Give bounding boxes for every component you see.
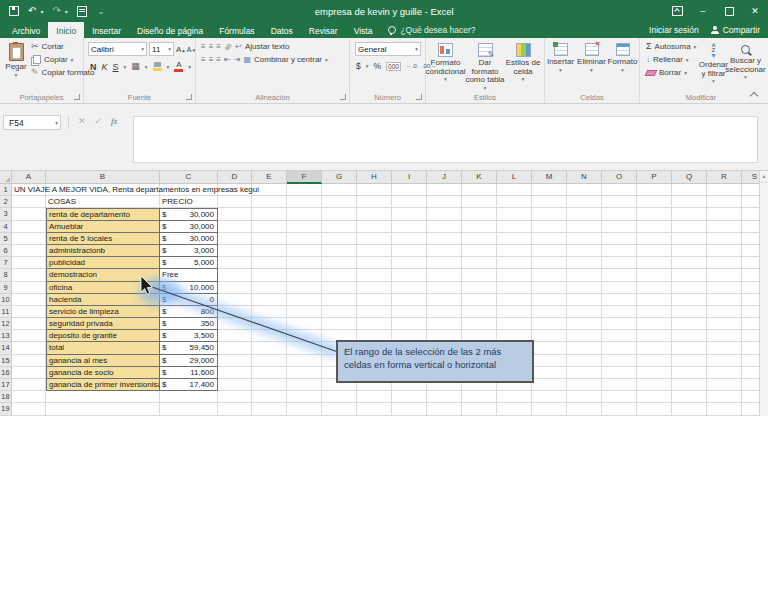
row-header-1[interactable]: 1: [0, 184, 12, 196]
cell-A13[interactable]: [12, 330, 46, 342]
cell-H7[interactable]: [357, 257, 392, 269]
cell-M12[interactable]: [532, 318, 567, 330]
cell-L2[interactable]: [497, 196, 532, 208]
wrap-text-button[interactable]: ↩Ajustar texto: [235, 42, 289, 51]
row-header-8[interactable]: 8: [0, 269, 12, 281]
undo-icon[interactable]: ↶: [28, 6, 36, 16]
cell-I1[interactable]: [392, 184, 427, 196]
cell-J6[interactable]: [427, 245, 462, 257]
cell-A3[interactable]: [12, 208, 46, 220]
cell-Q13[interactable]: [672, 330, 707, 342]
cell-F12[interactable]: [287, 318, 322, 330]
column-header-M[interactable]: M: [532, 171, 567, 184]
cell-J10[interactable]: [427, 294, 462, 306]
cell-O4[interactable]: [602, 221, 637, 233]
cell-K7[interactable]: [462, 257, 497, 269]
cell-D18[interactable]: [218, 391, 252, 403]
align-right-icon[interactable]: ≡: [216, 56, 220, 64]
column-header-Q[interactable]: Q: [672, 171, 707, 184]
cell-J4[interactable]: [427, 221, 462, 233]
paste-button[interactable]: Pegar ▾: [3, 40, 29, 79]
fill-color-dropdown-icon[interactable]: ▾: [167, 64, 170, 70]
cell-D7[interactable]: [218, 257, 252, 269]
row-header-4[interactable]: 4: [0, 221, 12, 233]
cell-C13[interactable]: $3,500: [160, 330, 218, 342]
cell-D8[interactable]: [218, 269, 252, 281]
close-button[interactable]: ✕: [742, 0, 768, 22]
cell-F4[interactable]: [287, 221, 322, 233]
cell-K10[interactable]: [462, 294, 497, 306]
save-icon[interactable]: [9, 6, 19, 16]
cell-K6[interactable]: [462, 245, 497, 257]
cell-R9[interactable]: [707, 282, 742, 294]
cell-G1[interactable]: [322, 184, 357, 196]
cell-E11[interactable]: [252, 306, 287, 318]
autosum-button[interactable]: ΣAutosuma▾: [644, 40, 698, 53]
cell-Q1[interactable]: [672, 184, 707, 196]
cell-J1[interactable]: [427, 184, 462, 196]
merge-center-button[interactable]: ▦Combinar y centrar▾: [243, 55, 327, 64]
cell-J8[interactable]: [427, 269, 462, 281]
cell-B19[interactable]: [46, 403, 160, 415]
cell-L11[interactable]: [497, 306, 532, 318]
align-middle-icon[interactable]: ≡: [209, 43, 213, 51]
cell-B17[interactable]: ganancia de primer inversionisat: [46, 379, 160, 391]
cell-I10[interactable]: [392, 294, 427, 306]
column-header-J[interactable]: J: [427, 171, 462, 184]
cell-E3[interactable]: [252, 208, 287, 220]
cell-C3[interactable]: $30,000: [160, 208, 218, 220]
tab-vista[interactable]: Vista: [346, 22, 381, 38]
cell-A18[interactable]: [12, 391, 46, 403]
cell-H1[interactable]: [357, 184, 392, 196]
cell-M1[interactable]: [532, 184, 567, 196]
cell-P19[interactable]: [637, 403, 672, 415]
cell-R19[interactable]: [707, 403, 742, 415]
bold-button[interactable]: N: [90, 62, 97, 72]
row-header-11[interactable]: 11: [0, 306, 12, 318]
percent-style-button[interactable]: %: [374, 61, 382, 71]
cell-G7[interactable]: [322, 257, 357, 269]
cell-F15[interactable]: [287, 355, 322, 367]
cell-M10[interactable]: [532, 294, 567, 306]
cell-I11[interactable]: [392, 306, 427, 318]
cell-D19[interactable]: [218, 403, 252, 415]
cell-E5[interactable]: [252, 233, 287, 245]
cell-M13[interactable]: [532, 330, 567, 342]
cell-J2[interactable]: [427, 196, 462, 208]
cell-F11[interactable]: [287, 306, 322, 318]
cell-M9[interactable]: [532, 282, 567, 294]
cell-O19[interactable]: [602, 403, 637, 415]
font-name-combo[interactable]: Calibri▾: [88, 42, 147, 56]
cell-O9[interactable]: [602, 282, 637, 294]
cell-Q19[interactable]: [672, 403, 707, 415]
cell-A8[interactable]: [12, 269, 46, 281]
cell-A7[interactable]: [12, 257, 46, 269]
cell-P18[interactable]: [637, 391, 672, 403]
font-dialog-launcher-icon[interactable]: [186, 94, 192, 100]
cell-L19[interactable]: [497, 403, 532, 415]
cell-B18[interactable]: [46, 391, 160, 403]
cell-H8[interactable]: [357, 269, 392, 281]
cell-O11[interactable]: [602, 306, 637, 318]
tab-datos[interactable]: Datos: [263, 22, 301, 38]
cell-D10[interactable]: [218, 294, 252, 306]
font-color-icon[interactable]: A: [174, 61, 183, 72]
cell-K19[interactable]: [462, 403, 497, 415]
column-header-A[interactable]: A: [12, 171, 46, 184]
row-header-19[interactable]: 19: [0, 403, 12, 415]
tab-dise-o-de-p-gina[interactable]: Diseño de página: [129, 22, 211, 38]
cell-E2[interactable]: [252, 196, 287, 208]
cell-R7[interactable]: [707, 257, 742, 269]
cell-H9[interactable]: [357, 282, 392, 294]
row-header-13[interactable]: 13: [0, 330, 12, 342]
cell-N8[interactable]: [567, 269, 602, 281]
cell-G4[interactable]: [322, 221, 357, 233]
cell-H3[interactable]: [357, 208, 392, 220]
increase-decimal-icon[interactable]: ←.0: [406, 63, 417, 69]
cell-H6[interactable]: [357, 245, 392, 257]
cell-Q9[interactable]: [672, 282, 707, 294]
column-header-I[interactable]: I: [392, 171, 427, 184]
cell-L5[interactable]: [497, 233, 532, 245]
borders-dropdown-icon[interactable]: ▾: [145, 64, 148, 70]
sign-in-link[interactable]: Iniciar sesión: [649, 25, 699, 35]
